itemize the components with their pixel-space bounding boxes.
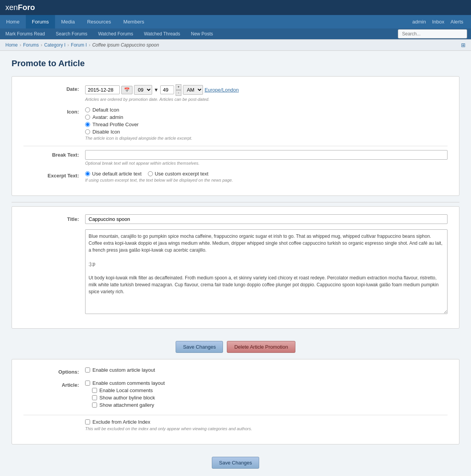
separator-1 — [23, 146, 448, 146]
search-input[interactable] — [398, 29, 467, 38]
sec-nav-new-posts[interactable]: New Posts — [186, 28, 218, 39]
breadcrumb-top: Home › Forums › Category I › Forum I › C… — [0, 39, 471, 51]
save-changes-bottom-button[interactable]: Save Changes — [212, 457, 259, 469]
break-text-input[interactable] — [85, 150, 448, 160]
enable-local-comments-label: Enable Local comments — [99, 387, 153, 393]
show-attachment-gallery-input[interactable] — [92, 403, 97, 408]
enable-local-comments-checkbox[interactable]: Enable Local comments — [92, 387, 448, 393]
icon-option-thread-label: Thread Profile Cover — [92, 122, 139, 127]
icon-radio-disable[interactable] — [85, 129, 90, 134]
exclude-hint: This will be excluded on the index and o… — [85, 426, 448, 431]
time-colon: ▼ — [154, 87, 159, 93]
nav-forums[interactable]: Forums — [26, 15, 55, 28]
icon-option-disable[interactable]: Disable Icon — [85, 129, 448, 135]
body-textarea[interactable]: Blue mountain, carajillo to go pumpkin s… — [85, 229, 448, 314]
title-field — [85, 214, 448, 224]
body-label — [23, 229, 85, 231]
options-row: Options: Enable custom article layout — [23, 367, 448, 375]
secondary-nav: Mark Forums Read Search Forums Watched F… — [0, 28, 471, 39]
page-title: Promote to Article — [12, 58, 459, 68]
timezone-link[interactable]: Europe/London — [204, 87, 239, 93]
excerpt-option-custom[interactable]: Use custom excerpt text — [148, 171, 208, 177]
excerpt-radio-custom[interactable] — [148, 171, 153, 176]
logo: xenForo — [5, 3, 35, 12]
nav-resources[interactable]: Resources — [81, 15, 117, 28]
breadcrumb-forum[interactable]: Forum I — [71, 42, 87, 48]
enable-custom-comments-checkbox[interactable]: Enable custom comments layout — [85, 380, 448, 386]
separator-2 — [12, 202, 459, 202]
minute-input[interactable] — [160, 85, 174, 94]
excerpt-radio-row: Use default article text Use custom exce… — [85, 171, 448, 177]
excerpt-custom-label: Use custom excerpt text — [155, 171, 208, 177]
icon-option-thread[interactable]: Thread Profile Cover — [85, 122, 448, 127]
icon-option-default-label: Default Icon — [92, 107, 119, 113]
icon-radio-group: Default Icon Avatar: admin Thread Profil… — [85, 107, 448, 135]
breadcrumb-sep-2: › — [41, 42, 42, 48]
sec-nav-mark-forums[interactable]: Mark Forums Read — [0, 28, 50, 39]
icon-row: Icon: Default Icon Avatar: admin Thread … — [23, 107, 448, 140]
sec-nav-watched-threads[interactable]: Watched Threads — [139, 28, 186, 39]
content-area: Promote to Article Date: 📅 09 ▼ + - — [0, 51, 471, 476]
sec-nav-search-forums[interactable]: Search Forums — [50, 28, 93, 39]
date-input[interactable] — [85, 85, 120, 94]
nav-admin[interactable]: admin — [409, 15, 429, 28]
excerpt-field: Use default article text Use custom exce… — [85, 171, 448, 182]
enable-custom-layout-input[interactable] — [85, 367, 90, 372]
separator-3 — [23, 415, 448, 415]
breadcrumb-category[interactable]: Category I — [44, 42, 65, 48]
breadcrumb-forums[interactable]: Forums — [23, 42, 39, 48]
title-label: Title: — [23, 214, 85, 222]
icon-option-disable-label: Disable Icon — [92, 129, 120, 135]
search-box — [398, 29, 467, 38]
excerpt-text-row: Excerpt Text: Use default article text U… — [23, 171, 448, 182]
button-row-top: Save Changes Delete Article Promotion — [12, 335, 459, 359]
options-field: Enable custom article layout — [85, 367, 448, 374]
sec-nav-watched-forums[interactable]: Watched Forums — [93, 28, 139, 39]
save-changes-button[interactable]: Save Changes — [176, 341, 223, 353]
breadcrumb-sep-1: › — [20, 42, 21, 48]
break-text-hint: Optional break text will not appear with… — [85, 161, 448, 165]
icon-option-default[interactable]: Default Icon — [85, 107, 448, 113]
nav-members[interactable]: Members — [117, 15, 150, 28]
options-section: Options: Enable custom article layout Ar… — [12, 359, 459, 444]
calendar-button[interactable]: 📅 — [121, 86, 132, 94]
exclude-label-cell — [23, 419, 85, 421]
enable-custom-comments-label: Enable custom comments layout — [92, 380, 165, 386]
minute-increment[interactable]: + — [176, 84, 181, 90]
icon-option-avatar[interactable]: Avatar: admin — [85, 114, 448, 120]
breadcrumb-expand-icon[interactable]: ⊞ — [461, 42, 466, 48]
excerpt-option-default[interactable]: Use default article text — [85, 171, 142, 177]
show-author-byline-checkbox[interactable]: Show author byline block — [92, 395, 448, 401]
nav-media[interactable]: Media — [55, 15, 81, 28]
nav-home[interactable]: Home — [0, 15, 26, 28]
ampm-select[interactable]: AM PM — [183, 85, 203, 95]
icon-label: Icon: — [23, 107, 85, 115]
form-section-title: Title: Blue mountain, carajillo to go pu… — [12, 206, 459, 329]
delete-article-promotion-button[interactable]: Delete Article Promotion — [227, 341, 295, 353]
break-text-field: Optional break text will not appear with… — [85, 150, 448, 165]
excerpt-hint: If using custom excerpt text, the text b… — [85, 178, 448, 182]
excerpt-radio-default[interactable] — [85, 171, 90, 176]
nav-inbox[interactable]: Inbox — [429, 15, 448, 28]
title-input[interactable] — [85, 214, 448, 224]
exclude-row: Exclude from Article Index This will be … — [23, 419, 448, 431]
icon-radio-avatar[interactable] — [85, 115, 90, 120]
show-author-byline-input[interactable] — [92, 395, 97, 400]
excerpt-default-label: Use default article text — [92, 171, 142, 177]
article-row: Article: Enable custom comments layout E… — [23, 380, 448, 409]
enable-local-comments-input[interactable] — [92, 388, 97, 393]
button-row-bottom: Save Changes — [12, 451, 459, 475]
nav-alerts[interactable]: Alerts — [448, 15, 466, 28]
enable-custom-layout-checkbox[interactable]: Enable custom article layout — [85, 367, 448, 373]
hour-select[interactable]: 09 — [134, 85, 152, 95]
minute-decrement[interactable]: - — [176, 90, 181, 96]
icon-radio-thread[interactable] — [85, 122, 90, 127]
show-attachment-gallery-checkbox[interactable]: Show attachment gallery — [92, 402, 448, 408]
exclude-input[interactable] — [85, 419, 90, 424]
article-field: Enable custom comments layout Enable Loc… — [85, 380, 448, 409]
exclude-checkbox[interactable]: Exclude from Article Index — [85, 419, 448, 425]
top-bar: xenForo — [0, 0, 471, 15]
breadcrumb-home[interactable]: Home — [5, 42, 18, 48]
enable-custom-comments-input[interactable] — [85, 381, 90, 386]
icon-radio-default[interactable] — [85, 107, 90, 112]
